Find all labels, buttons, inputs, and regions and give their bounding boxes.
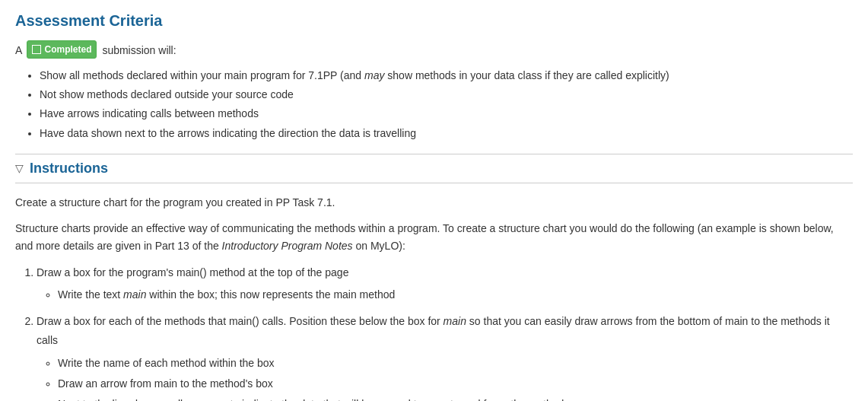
assessment-intro: A Completed submission will: xyxy=(15,40,853,59)
paragraph-2-prefix: Structure charts provide an effective wa… xyxy=(15,222,834,251)
ordered-item-1-main: Draw a box for the program's main() meth… xyxy=(37,266,348,278)
intro-prefix: A xyxy=(15,44,22,56)
ordered-item-2-main: Draw a box for each of the methods that … xyxy=(37,315,830,346)
list-item: Draw a box for each of the methods that … xyxy=(37,312,853,401)
completed-badge-label: Completed xyxy=(44,43,91,56)
page-title: Assessment Criteria xyxy=(15,12,853,30)
instructions-section-title: Instructions xyxy=(30,161,108,177)
paragraph-1: Create a structure chart for the program… xyxy=(15,194,853,211)
sub-list-1: Write the text main within the box; this… xyxy=(58,285,853,304)
list-item: Have arrows indicating calls between met… xyxy=(40,104,853,123)
sub-list-2: Write the name of each method within the… xyxy=(58,354,853,401)
list-item: Show all methods declared within your ma… xyxy=(40,66,853,85)
italic-main-1: main xyxy=(123,288,146,301)
paragraph-2-suffix: on MyLO): xyxy=(353,240,405,252)
list-item: Draw an arrow from main to the method's … xyxy=(58,374,853,393)
instructions-ordered-list: Draw a box for the program's main() meth… xyxy=(37,263,853,401)
paragraph-2-italic: Introductory Program Notes xyxy=(222,240,353,252)
list-item: Write the name of each method within the… xyxy=(58,354,853,373)
italic-may: may xyxy=(364,69,384,81)
assessment-bullet-list: Show all methods declared within your ma… xyxy=(40,66,853,143)
list-item: Draw a box for the program's main() meth… xyxy=(37,263,853,304)
list-item: Write the text main within the box; this… xyxy=(58,285,853,304)
chevron-down-icon: ▽ xyxy=(15,162,24,174)
completed-badge: Completed xyxy=(27,40,97,59)
list-item: Not show methods declared outside your s… xyxy=(40,85,853,104)
list-item: Have data shown next to the arrows indic… xyxy=(40,124,853,143)
intro-suffix: submission will: xyxy=(102,44,176,56)
list-item: Next to the line draw smaller arrows to … xyxy=(58,395,853,401)
completed-badge-icon xyxy=(32,45,41,54)
instructions-section-header: ▽ Instructions xyxy=(15,154,853,183)
italic-main-2: main xyxy=(444,315,466,327)
paragraph-2: Structure charts provide an effective wa… xyxy=(15,220,853,254)
